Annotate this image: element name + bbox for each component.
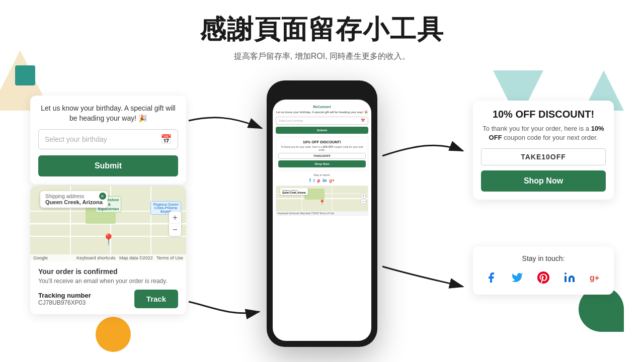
map-footer-text: Keyboard shortcuts Map data ©2022 Terms … (76, 255, 183, 260)
phone-map-section: Shipping address Queen Creek, Arizona 📍 … (276, 186, 368, 216)
map-popup: ✕ Shipping address Queen Creek, Arizona (40, 191, 108, 208)
phone-social-label: Stay in touch: (276, 173, 368, 176)
svg-text:g+: g+ (590, 274, 599, 282)
phone-social-icons: f t p in g+ (276, 178, 368, 183)
phone-content: ReConvert Let us know your birthday. A s… (273, 100, 371, 220)
googleplus-icon[interactable]: g+ (587, 268, 605, 287)
deco-teal-square-top-left (15, 65, 45, 96)
birthday-input-container[interactable]: Select your birthday 📅 (38, 129, 178, 149)
map-google-footer: Google Keyboard shortcuts Map data ©2022… (30, 254, 186, 261)
order-desc-text: You'll receive an email when your order … (38, 278, 178, 285)
phone-discount-section: 10% OFF DISCOUNT! To thank you for your … (276, 137, 368, 170)
phone-zoom-out[interactable]: − (361, 199, 366, 204)
phone-map-img: Shipping address Queen Creek, Arizona 📍 … (276, 186, 368, 211)
phone-logo: ReConvert (276, 104, 368, 111)
svg-rect-0 (15, 65, 35, 85)
tracking-number-value: CJ78UB976XP03 (38, 299, 91, 306)
phone-fb-icon: f (309, 178, 311, 183)
map-zoom-out-button[interactable]: − (169, 224, 181, 236)
discount-widget: 10% OFF DISCOUNT! To thank you for your … (473, 101, 614, 200)
facebook-icon[interactable] (482, 268, 500, 287)
birthday-widget: Let us know your birthday. A special gif… (30, 96, 186, 185)
birthday-widget-text: Let us know your birthday. A special gif… (38, 104, 178, 123)
map-popup-value: Queen Creek, Arizona (45, 199, 103, 205)
map-zoom-in-button[interactable]: + (169, 212, 181, 224)
arrow-tracking-to-phone (189, 302, 259, 313)
phone-coupon-code: TAKE10OFF (278, 153, 366, 159)
map-close-icon[interactable]: ✕ (99, 193, 106, 200)
twitter-icon[interactable] (508, 268, 526, 287)
phone-screen: ReConvert Let us know your birthday. A s… (273, 100, 371, 341)
phone-tw-icon: t (313, 178, 315, 183)
tracking-number-label: Tracking number (38, 292, 91, 299)
phone-gp-icon: g+ (329, 178, 335, 183)
phone-calendar-icon: 📅 (361, 119, 365, 123)
phone-shop-btn[interactable]: Shop Now (278, 160, 366, 167)
phone-social-section: Stay in touch: f t p in g+ (276, 173, 368, 183)
map-zoom-controls: + − (169, 212, 181, 236)
map-location-marker: 📍 (102, 233, 115, 246)
phone-birthday-input: Select your birthday 📅 (276, 117, 368, 125)
arrow-phone-to-social (382, 266, 463, 287)
discount-desc: To thank you for your order, here is a 1… (481, 124, 606, 142)
map-container: ✕ Shipping address Queen Creek, Arizona … (30, 186, 186, 261)
discount-desc-prefix: To thank you for your order, here is a (482, 125, 591, 132)
arrow-phone-to-discount (382, 145, 463, 156)
google-logo: Google (33, 255, 48, 260)
phone-zoom-in[interactable]: + (361, 193, 366, 198)
coupon-code: TAKE10OFF (481, 148, 606, 165)
birthday-input-placeholder: Select your birthday (45, 135, 160, 143)
phone-map-controls: + − (361, 193, 366, 204)
page-subtitle: 提高客戶留存率, 增加ROI, 同時產生更多的收入。 (0, 51, 644, 62)
calendar-icon: 📅 (160, 134, 172, 145)
svg-point-10 (565, 273, 567, 275)
phone-pi-icon: p (317, 178, 320, 183)
pinterest-icon[interactable] (534, 268, 552, 287)
phone-discount-desc: To thank you for your order, here is a 1… (278, 145, 366, 152)
tracking-widget: ✕ Shipping address Queen Creek, Arizona … (30, 186, 186, 314)
phone-birthday-text: Let us know your birthday. A special gif… (276, 111, 368, 115)
discount-title: 10% OFF DISCOUNT! (481, 109, 606, 120)
birthday-submit-button[interactable]: Submit (38, 155, 178, 176)
header: 感謝頁面留存小工具 提高客戶留存率, 增加ROI, 同時產生更多的收入。 (0, 0, 644, 62)
page-title: 感謝頁面留存小工具 (0, 12, 644, 47)
phone-mockup: ReConvert Let us know your birthday. A s… (267, 80, 377, 347)
phone-frame: ReConvert Let us know your birthday. A s… (267, 80, 377, 347)
arrow-birthday-to-phone (189, 118, 262, 128)
phone-discount-bold: 10% OFF (323, 145, 333, 148)
order-info: Your order is confirmed You'll receive a… (30, 261, 186, 314)
tracking-info: Tracking number CJ78UB976XP03 (38, 292, 91, 306)
phone-google-label: Keyboard shortcuts Map data ©2022 Terms … (276, 211, 368, 215)
phone-map-marker: 📍 (319, 200, 325, 205)
track-button[interactable]: Track (134, 290, 178, 308)
phone-input-placeholder: Select your birthday (279, 119, 361, 122)
phone-discount-title: 10% OFF DISCOUNT! (278, 140, 366, 144)
tracking-row: Tracking number CJ78UB976XP03 Track (38, 290, 178, 308)
social-icons-container: g+ (481, 268, 606, 287)
phone-notch (302, 86, 342, 98)
deco-circle-bottom-left (96, 317, 131, 352)
shop-now-button[interactable]: Shop Now (481, 170, 606, 192)
discount-desc-suffix: coupon code for your next order. (502, 134, 598, 141)
order-confirmed-text: Your order is confirmed (38, 267, 178, 276)
linkedin-icon[interactable] (560, 268, 579, 287)
map-popup-label: Shipping address (45, 194, 103, 199)
social-label: Stay in touch: (481, 254, 606, 262)
social-widget: Stay in touch: g+ (473, 246, 614, 295)
phone-li-icon: in (323, 178, 327, 183)
phone-map-value: Queen Creek, Arizona (282, 192, 306, 194)
phone-submit-btn[interactable]: Submit (276, 127, 368, 134)
phone-map-popup: Shipping address Queen Creek, Arizona (280, 188, 308, 195)
